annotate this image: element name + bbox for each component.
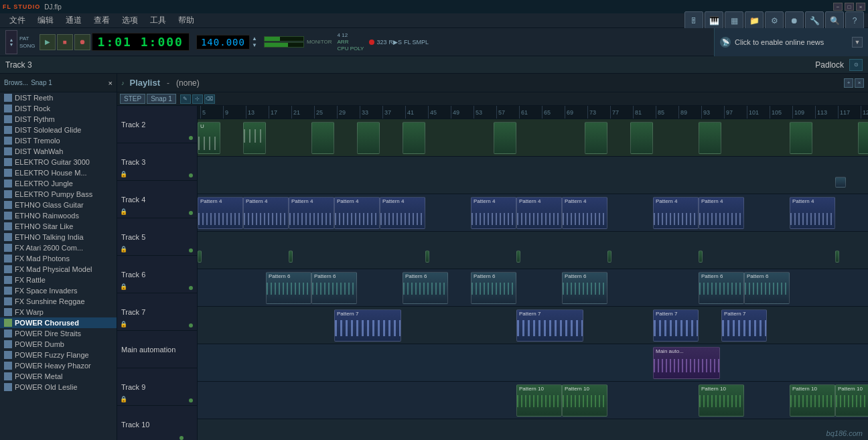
sidebar-item[interactable]: POWER Metal xyxy=(0,371,117,382)
sidebar-item[interactable]: FX Sunshine Reggae xyxy=(0,296,117,307)
sidebar-item[interactable]: FX Warp xyxy=(0,307,117,317)
pattern-4-block[interactable]: Pattern 4 xyxy=(653,197,699,229)
erase-tool[interactable]: ⌫ xyxy=(204,94,215,104)
track3-knob[interactable]: ⊙ xyxy=(849,59,863,71)
sidebar-item[interactable]: FX Space Invaders xyxy=(0,285,117,296)
sidebar-item[interactable]: DIST Rythm xyxy=(0,114,117,125)
sidebar-item[interactable]: ELEKTRO House M... xyxy=(0,167,117,178)
pattern-4-block[interactable]: Pattern 4 xyxy=(562,197,607,229)
sidebar-item[interactable]: DIST WahWah xyxy=(0,146,117,157)
bpm-down[interactable]: ▼ xyxy=(252,42,257,48)
select-tool[interactable]: ⊹ xyxy=(192,94,203,104)
pattern-block[interactable] xyxy=(835,177,846,188)
record-button[interactable]: ⏺ xyxy=(785,11,804,30)
help-button[interactable]: ? xyxy=(845,11,864,30)
track-label-9[interactable]: 🔒 Track 9 xyxy=(117,368,197,406)
sidebar-item[interactable]: FX Atari 2600 Com... xyxy=(0,242,117,253)
pattern-7-block[interactable]: Pattern 7 xyxy=(721,309,767,342)
track-label-10[interactable]: Track 10 xyxy=(117,406,197,440)
pattern-block[interactable] xyxy=(699,250,703,263)
menu-file[interactable]: 文件 xyxy=(4,13,31,27)
sidebar-item[interactable]: POWER Dumb xyxy=(0,339,117,350)
playlist-add[interactable]: + xyxy=(844,78,853,88)
pattern-block[interactable] xyxy=(835,250,839,263)
pattern-6-block[interactable]: Pattern 6 xyxy=(311,272,357,304)
browse-label[interactable]: Brows... xyxy=(4,79,28,86)
sidebar-item[interactable]: FX Mad Photons xyxy=(0,253,117,264)
record-button[interactable]: ⏺ xyxy=(74,34,90,50)
pattern-block[interactable] xyxy=(494,122,516,154)
pattern-6-block[interactable]: Pattern 6 xyxy=(266,272,311,304)
pattern-10-block[interactable]: Pattern 10 xyxy=(516,384,562,417)
sidebar-item[interactable]: ETHNO Sitar Like xyxy=(0,221,117,232)
bpm-up[interactable]: ▲ xyxy=(252,35,257,42)
pattern-block[interactable] xyxy=(607,250,611,263)
automation-block[interactable]: Main auto... xyxy=(653,347,720,379)
menu-options[interactable]: 选项 xyxy=(117,13,143,27)
sidebar-item[interactable]: ELEKTRO Pumpy Bass xyxy=(0,189,117,200)
sidebar-item[interactable]: DIST Tremolo xyxy=(0,135,117,146)
online-news-button[interactable]: Click to enable online news xyxy=(735,38,848,46)
pattern-4-block[interactable]: Pattern 4 xyxy=(699,197,744,229)
piano-roll-button[interactable]: 🎹 xyxy=(705,11,723,30)
pattern-block[interactable] xyxy=(357,122,380,154)
pattern-block[interactable] xyxy=(630,122,653,154)
menu-tools[interactable]: 工具 xyxy=(145,13,171,27)
pattern-6-block[interactable]: Pattern 6 xyxy=(699,272,744,304)
sidebar-item[interactable]: FX Mad Physical Model xyxy=(0,264,117,275)
track-label-4[interactable]: 🔒 Track 4 xyxy=(117,181,197,218)
track-label-5[interactable]: 🔒 Track 5 xyxy=(117,218,197,256)
snap-label[interactable]: Snap 1 xyxy=(31,79,52,86)
mixer-button[interactable]: 🎚 xyxy=(684,11,703,30)
pattern-block[interactable] xyxy=(585,122,607,154)
pattern-4-block[interactable]: Pattern 4 xyxy=(516,197,562,229)
close-button[interactable]: × xyxy=(856,3,865,11)
pattern-block[interactable] xyxy=(516,250,520,263)
track-label-2[interactable]: Track 2 xyxy=(117,106,197,143)
news-dropdown[interactable]: ▼ xyxy=(852,37,863,48)
maximize-button[interactable]: □ xyxy=(845,3,854,11)
step-seq-button[interactable]: ▦ xyxy=(725,11,743,30)
pattern-6-block[interactable]: Pattern 6 xyxy=(403,272,448,304)
sidebar-item[interactable]: ELEKTRO Guitar 3000 xyxy=(0,157,117,167)
menu-channel[interactable]: 通道 xyxy=(60,13,87,27)
sidebar-item[interactable]: ETHNO Glass Guitar xyxy=(0,200,117,210)
sidebar-item[interactable]: ETHNO Rainwoods xyxy=(0,210,117,221)
pattern-block[interactable] xyxy=(858,122,868,154)
pattern-4-block[interactable]: Pattern 4 xyxy=(471,197,516,229)
pattern-10-block[interactable]: Pattern 10 xyxy=(562,384,607,417)
pattern-6-block[interactable]: Pattern 6 xyxy=(562,272,607,304)
browser-button[interactable]: 📁 xyxy=(745,11,764,30)
sidebar-item[interactable]: ETHNO Talking India xyxy=(0,232,117,242)
pattern-4-block[interactable]: Pattern 4 xyxy=(334,197,380,229)
pattern-block[interactable] xyxy=(243,122,266,154)
playlist-close[interactable]: × xyxy=(855,78,864,88)
pattern-4-block[interactable]: Pattern 4 xyxy=(790,197,835,229)
sidebar-item[interactable]: FX Rattle xyxy=(0,275,117,285)
minimize-button[interactable]: − xyxy=(833,3,843,11)
draw-tool[interactable]: ✎ xyxy=(180,94,191,104)
pattern-10-block[interactable]: Pattern 10 xyxy=(790,384,835,417)
pattern-4-block[interactable]: Pattern 4 xyxy=(198,197,243,229)
pattern-7-block[interactable]: Pattern 7 xyxy=(516,309,583,342)
sidebar-item[interactable]: POWER Chorused xyxy=(0,317,117,328)
pattern-4-block[interactable]: Pattern 4 xyxy=(289,197,334,229)
sidebar-item[interactable]: POWER Old Leslie xyxy=(0,382,117,392)
pattern-block[interactable] xyxy=(790,122,812,154)
sidebar-close[interactable]: × xyxy=(108,79,113,87)
snap-button[interactable]: Snap 1 xyxy=(147,94,176,104)
tempo-knob[interactable]: ▲▼ xyxy=(5,30,17,54)
pattern-6-block[interactable]: Pattern 6 xyxy=(744,272,790,304)
settings-button[interactable]: 🔧 xyxy=(805,11,824,30)
pattern-7-block[interactable]: Pattern 7 xyxy=(653,309,699,342)
pattern-4-block[interactable]: Pattern 4 xyxy=(380,197,425,229)
plugin-button[interactable]: ⚙ xyxy=(765,11,784,30)
pattern-block[interactable] xyxy=(311,122,334,154)
track-label-6[interactable]: 🔒 Track 6 xyxy=(117,256,197,293)
stop-button[interactable]: ■ xyxy=(57,34,73,50)
pattern-block[interactable]: U xyxy=(198,122,220,154)
sidebar-item[interactable]: POWER Fuzzy Flange xyxy=(0,350,117,360)
pattern-10-block[interactable]: Pattern 10 xyxy=(835,384,868,417)
menu-help[interactable]: 帮助 xyxy=(173,13,200,27)
step-button[interactable]: STEP xyxy=(120,94,145,104)
